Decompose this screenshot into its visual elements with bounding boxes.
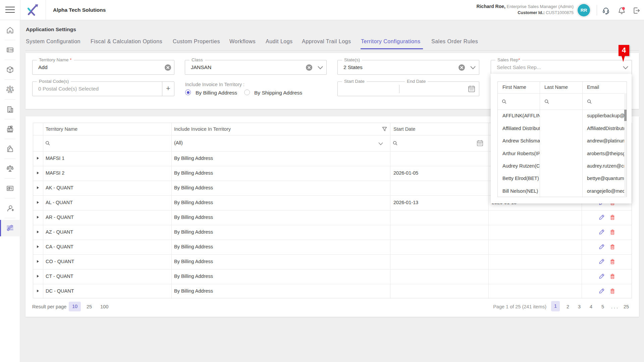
svg-text:$: $ — [9, 87, 11, 92]
svg-text:C: C — [11, 167, 13, 170]
svg-text:D: D — [7, 167, 9, 170]
svg-text:CRM: CRM — [9, 49, 13, 51]
